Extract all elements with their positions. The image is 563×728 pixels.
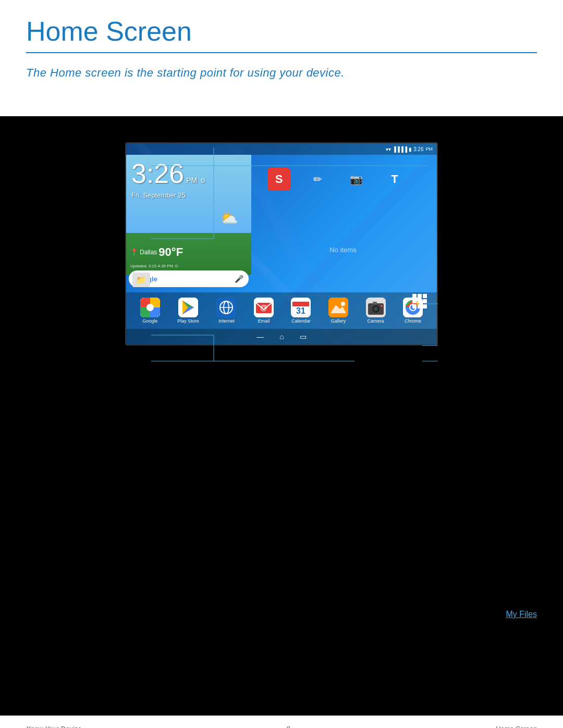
city-label: Dallas [140,249,157,256]
page-footer: Know Your Device 9 Home Screen [0,715,563,728]
grid-dot [423,294,427,298]
gallery-label: Gallery [331,318,346,324]
grid-dot [418,304,422,309]
grid-dots-icon [412,294,427,309]
dock-app-gallery[interactable]: Gallery [328,298,348,324]
weather-date: Fri, September 25 [131,191,186,199]
microphone-icon[interactable]: 🎤 [235,275,243,283]
svg-text:@: @ [260,303,267,312]
weather-time: 3:26 PM ⚙ [131,160,206,187]
page-title: Home Screen [26,16,537,52]
device-wrapper: ▾▾ ▐▐▐▐ ▮ 3:26 PM 3:26 PM ⚙ [115,142,448,346]
device-screen: ▾▾ ▐▐▐▐ ▮ 3:26 PM 3:26 PM ⚙ [125,142,438,346]
svg-point-17 [146,304,154,311]
camera-app-icon [366,298,386,317]
email-app-icon: @ [254,298,274,317]
navigation-bar: — ⌂ ▭ [126,329,437,344]
battery-icon: ▮ [409,146,412,152]
ampm-display: PM [426,146,433,152]
status-icons: ▾▾ ▐▐▐▐ ▮ 3:26 PM [386,146,433,152]
samsung-s-icon[interactable]: S [267,168,290,191]
page-header: Home Screen The Home screen is the start… [0,0,563,116]
time-display: 3:26 [413,146,423,152]
folder-icon: 📁 [132,273,150,287]
signal-icon: ▐▐▐▐ [393,146,407,152]
no-items-label: No items [257,212,429,288]
svg-text:31: 31 [297,306,306,315]
weather-updated: Updated: 3:15 4:26 PM ⊙ [130,264,178,268]
wifi-icon: ▾▾ [386,146,391,152]
camera-top-icon[interactable]: 📷 [345,168,368,191]
temperature-display: 90°F [158,245,183,259]
grid-dot [423,304,427,309]
chrome-label: Chrome [405,318,421,324]
google-app-icon [140,298,160,317]
dock-app-playstore[interactable]: Play Store [177,298,199,324]
dock-app-calendar[interactable]: 31 Calendar [291,298,311,324]
calendar-app-icon: 31 [291,298,311,317]
grid-dot [412,294,417,298]
calendar-label: Calendar [291,318,311,324]
svg-point-36 [341,302,345,306]
dock-app-email[interactable]: @ Email [254,298,274,324]
weather-location: 📍 Dallas 90°F [130,245,183,259]
dock-app-camera[interactable]: Camera [366,298,386,324]
footer-right: Home Screen [496,725,537,728]
svg-rect-41 [373,302,377,304]
grid-dot [418,299,422,303]
svg-point-42 [381,305,383,307]
page-subtitle: The Home screen is the starting point fo… [26,53,537,95]
camera-label: Camera [368,318,384,324]
home-nav-icon[interactable]: ⌂ [279,332,284,341]
back-nav-icon[interactable]: — [256,332,264,341]
weather-widget: 3:26 PM ⚙ Fri, September 25 ⛅ 📍 Dallas 9… [126,155,251,275]
svg-point-40 [374,307,378,311]
location-pin-icon: 📍 [130,249,138,256]
top-app-row: S ✏ 📷 T [257,163,429,196]
weather-ampm: PM [186,176,197,184]
footer-left: Know Your Device [26,725,81,728]
grid-dot [423,299,427,303]
main-content: ▾▾ ▐▐▐▐ ▮ 3:26 PM 3:26 PM ⚙ [0,116,563,728]
dock-app-google[interactable]: Google [140,298,160,324]
status-bar: ▾▾ ▐▐▐▐ ▮ 3:26 PM [126,143,437,155]
internet-label: Internet [218,318,235,324]
svg-rect-32 [292,302,309,306]
my-files-icon[interactable]: 📁 [132,273,150,287]
dock-app-internet[interactable]: Internet [216,298,236,324]
pencil-icon[interactable]: ✏ [306,168,329,191]
grid-dot [418,294,422,298]
footer-page-number: 9 [287,725,290,728]
playstore-app-icon [178,298,198,317]
recent-nav-icon[interactable]: ▭ [300,332,307,341]
grid-dot [412,304,417,309]
my-files-link[interactable]: My Files [506,610,537,619]
playstore-label: Play Store [177,318,199,324]
apps-grid-button[interactable] [410,292,429,311]
text-icon[interactable]: T [383,168,406,191]
email-label: Email [258,318,270,324]
top-apps-panel: S ✏ 📷 T No items [249,155,437,295]
google-label: Google [142,318,157,324]
app-dock: Google Play Store [126,292,437,329]
weather-cloud-icon: ⛅ [220,209,238,227]
grid-dot [412,299,417,303]
weather-settings-icon: ⚙ [200,177,206,184]
gallery-app-icon [328,298,348,317]
weather-hour: 3:26 [131,160,184,187]
internet-app-icon [216,298,236,317]
